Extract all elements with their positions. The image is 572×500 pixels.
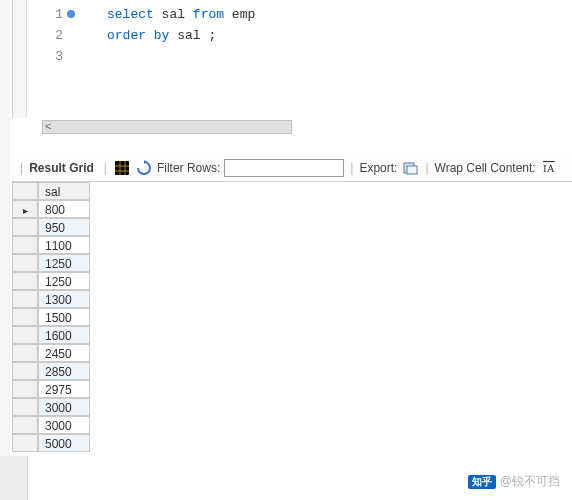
svg-rect-7 <box>407 166 417 174</box>
line-number: 2 <box>27 25 63 46</box>
cell-value[interactable]: 1600 <box>38 326 90 344</box>
watermark-author: @锐不可挡 <box>500 473 560 490</box>
cell-value[interactable]: 800 <box>38 200 90 218</box>
row-handle[interactable] <box>12 434 38 452</box>
export-label: Export: <box>359 161 397 175</box>
refresh-icon[interactable] <box>135 159 153 177</box>
table-row[interactable]: 3000 <box>12 416 572 434</box>
table-row[interactable]: 2850 <box>12 362 572 380</box>
grid-header-row: sal <box>12 182 572 200</box>
table-row[interactable]: 3000 <box>12 398 572 416</box>
svg-rect-0 <box>115 161 129 175</box>
row-handle[interactable] <box>12 380 38 398</box>
scroll-left-arrow[interactable]: < <box>45 121 52 133</box>
corner-cell[interactable] <box>12 182 38 200</box>
cell-value[interactable]: 1250 <box>38 254 90 272</box>
row-handle[interactable] <box>12 308 38 326</box>
column-header[interactable]: sal <box>38 182 90 200</box>
code-content[interactable]: select sal from emporder by sal ; <box>77 0 255 118</box>
row-handle[interactable] <box>12 362 38 380</box>
table-row[interactable]: 1250 <box>12 254 572 272</box>
filter-rows-input[interactable] <box>224 159 344 177</box>
svg-text:IA: IA <box>543 162 555 174</box>
separator: | <box>20 161 23 175</box>
row-handle[interactable] <box>12 398 38 416</box>
export-icon[interactable] <box>401 159 419 177</box>
row-handle[interactable] <box>12 416 38 434</box>
table-row[interactable]: 1250 <box>12 272 572 290</box>
table-row[interactable]: 1300 <box>12 290 572 308</box>
bottom-tab-strip <box>0 456 28 500</box>
watermark: 知乎 @锐不可挡 <box>468 473 560 490</box>
row-handle[interactable] <box>12 344 38 362</box>
zhihu-logo-icon: 知乎 <box>468 475 496 489</box>
cell-value[interactable]: 3000 <box>38 398 90 416</box>
result-grid[interactable]: sal8009501100125012501300150016002450285… <box>12 182 572 452</box>
cell-value[interactable]: 2450 <box>38 344 90 362</box>
table-row[interactable]: 950 <box>12 218 572 236</box>
wrap-cell-label: Wrap Cell Content: <box>435 161 536 175</box>
table-row[interactable]: 1500 <box>12 308 572 326</box>
line-number: 1 <box>27 4 63 25</box>
row-handle[interactable] <box>12 290 38 308</box>
horizontal-scrollbar[interactable]: < <box>42 120 292 134</box>
table-row[interactable]: 1100 <box>12 236 572 254</box>
row-handle[interactable] <box>12 272 38 290</box>
cell-value[interactable]: 2975 <box>38 380 90 398</box>
code-line[interactable]: select sal from emp <box>107 4 255 25</box>
cell-value[interactable]: 3000 <box>38 416 90 434</box>
table-row[interactable]: 5000 <box>12 434 572 452</box>
result-grid-label: Result Grid <box>29 161 94 175</box>
row-handle[interactable] <box>12 254 38 272</box>
code-line[interactable]: order by sal ; <box>107 25 255 46</box>
separator: | <box>350 161 353 175</box>
table-row[interactable]: 1600 <box>12 326 572 344</box>
row-handle[interactable] <box>12 218 38 236</box>
table-row[interactable]: 800 <box>12 200 572 218</box>
table-row[interactable]: 2450 <box>12 344 572 362</box>
row-handle[interactable] <box>12 236 38 254</box>
cell-value[interactable]: 1300 <box>38 290 90 308</box>
left-gutter-strip <box>0 0 10 500</box>
row-handle[interactable] <box>12 200 38 218</box>
cell-value[interactable]: 1100 <box>38 236 90 254</box>
grid-view-icon[interactable] <box>113 159 131 177</box>
cell-value[interactable]: 2850 <box>38 362 90 380</box>
wrap-cell-icon[interactable]: IA <box>540 159 558 177</box>
editor-gutter <box>13 0 27 118</box>
line-number: 3 <box>27 46 63 67</box>
separator: | <box>425 161 428 175</box>
separator: | <box>104 161 107 175</box>
results-toolbar: | Result Grid | Filter Rows: | Export: |… <box>12 154 572 182</box>
code-line[interactable] <box>107 46 255 67</box>
breakpoint-marker-icon[interactable] <box>67 10 75 18</box>
line-numbers: 123 <box>27 0 77 118</box>
cell-value[interactable]: 5000 <box>38 434 90 452</box>
cell-value[interactable]: 1250 <box>38 272 90 290</box>
filter-rows-label: Filter Rows: <box>157 161 220 175</box>
table-row[interactable]: 2975 <box>12 380 572 398</box>
sql-editor[interactable]: 123 select sal from emporder by sal ; <box>12 0 572 118</box>
cell-value[interactable]: 1500 <box>38 308 90 326</box>
row-handle[interactable] <box>12 326 38 344</box>
cell-value[interactable]: 950 <box>38 218 90 236</box>
